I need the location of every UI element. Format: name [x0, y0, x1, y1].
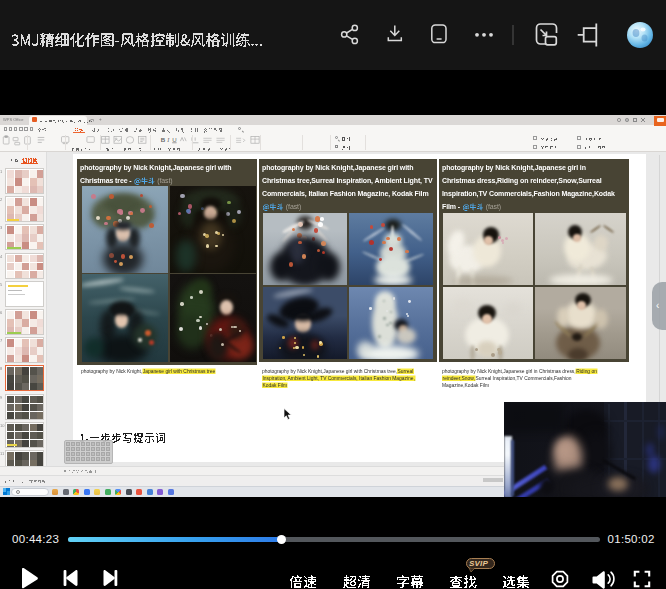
- svg-text:I: I: [166, 137, 170, 143]
- svg-text:B: B: [161, 136, 166, 143]
- svg-text:U: U: [172, 136, 176, 143]
